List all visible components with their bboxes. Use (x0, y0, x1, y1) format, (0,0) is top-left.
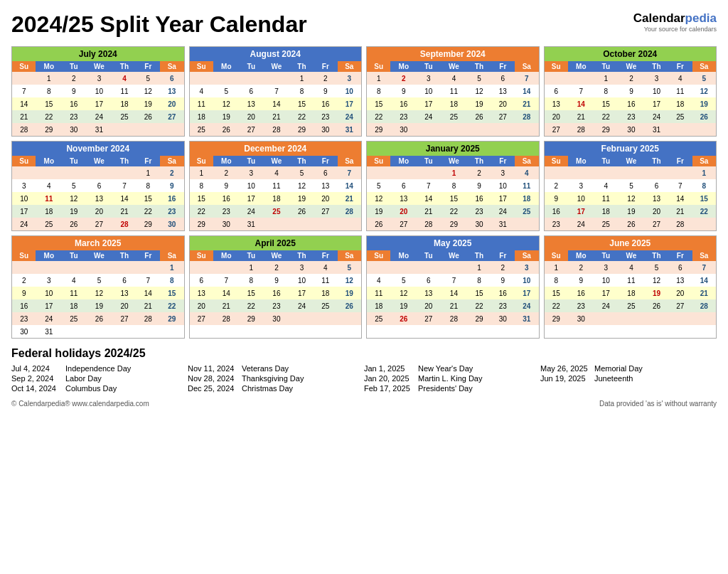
day-cell: 3 (568, 179, 594, 192)
day-cell: 25 (314, 299, 337, 312)
day-cell: 19 (390, 299, 417, 312)
day-cell: 14 (668, 192, 692, 205)
day-cell: 19 (290, 192, 314, 205)
day-cell: 24 (491, 205, 515, 218)
day-cell: 18 (367, 299, 390, 312)
day-cell: 12 (290, 179, 314, 192)
calendar-header: August 2024 (190, 47, 362, 61)
day-cell: 30 (390, 123, 417, 136)
day-cell: 11 (263, 179, 290, 192)
day-cell (692, 218, 716, 230)
day-cell: 17 (568, 205, 594, 218)
holiday-row: Oct 14, 2024Columbus Day (11, 384, 188, 393)
day-cell: 24 (86, 110, 113, 123)
col-header-th: Th (290, 250, 314, 261)
day-cell: 17 (338, 97, 361, 110)
col-header-fr: Fr (491, 156, 515, 166)
day-cell: 12 (213, 97, 240, 110)
holiday-column-0: Jul 4, 2024Independence DaySep 2, 2024La… (11, 364, 188, 394)
day-cell (545, 166, 568, 179)
calendar-header: April 2025 (190, 236, 362, 250)
day-cell: 9 (263, 274, 290, 287)
day-cell: 14 (12, 97, 36, 110)
col-header-fr: Fr (314, 61, 337, 72)
day-cell: 7 (136, 274, 160, 287)
day-cell (568, 166, 594, 179)
col-header-we: We (86, 61, 113, 72)
day-cell: 7 (568, 85, 594, 97)
day-cell: 22 (36, 110, 62, 123)
day-cell: 17 (515, 287, 538, 299)
col-header-tu: Tu (62, 250, 85, 261)
col-header-sa: Sa (515, 156, 538, 166)
col-header-sa: Sa (692, 61, 716, 72)
day-cell: 15 (692, 192, 716, 205)
page-title: 2024/25 Split Year Calendar (11, 11, 717, 38)
day-cell (240, 72, 263, 85)
day-cell: 25 (190, 123, 213, 136)
col-header-mo: Mo (36, 250, 62, 261)
calendar-august-2024: August 2024SuMoTuWeThFrSa123456789101112… (189, 46, 363, 137)
day-cell: 17 (290, 287, 314, 299)
day-cell: 14 (112, 192, 136, 205)
day-cell: 23 (390, 110, 417, 123)
calendar-header: September 2024 (367, 47, 539, 61)
holiday-row: Nov 11, 2024Veterans Day (188, 364, 364, 373)
day-cell: 21 (515, 97, 538, 110)
col-header-th: Th (645, 250, 668, 261)
day-cell: 19 (367, 205, 390, 218)
col-header-su: Su (190, 156, 213, 166)
day-cell: 2 (160, 166, 183, 179)
day-cell: 11 (515, 179, 538, 192)
day-cell: 2 (12, 274, 36, 287)
day-cell: 28 (692, 299, 716, 312)
day-cell (213, 261, 240, 274)
day-cell: 26 (367, 218, 390, 230)
day-cell (136, 325, 160, 338)
day-cell: 31 (491, 218, 515, 230)
day-cell: 4 (36, 179, 62, 192)
holiday-date: May 26, 2025 (540, 364, 590, 373)
day-cell: 28 (263, 123, 290, 136)
day-cell: 28 (12, 123, 36, 136)
holiday-row: May 26, 2025Memorial Day (540, 364, 717, 373)
day-cell: 17 (36, 299, 62, 312)
day-cell: 22 (441, 205, 468, 218)
day-cell: 8 (190, 179, 213, 192)
day-cell: 24 (12, 218, 36, 230)
day-cell: 7 (417, 179, 440, 192)
day-cell: 4 (668, 72, 692, 85)
day-cell: 29 (367, 123, 390, 136)
day-cell: 10 (86, 85, 113, 97)
day-cell (417, 166, 440, 179)
day-cell: 13 (240, 97, 263, 110)
holiday-name: Thanksgiving Day (242, 374, 304, 383)
day-cell: 22 (290, 110, 314, 123)
calendar-header: January 2025 (367, 142, 539, 156)
day-cell: 17 (594, 287, 618, 299)
day-cell: 31 (515, 312, 538, 325)
day-cell (136, 261, 160, 274)
day-cell: 16 (618, 97, 645, 110)
col-header-sa: Sa (338, 156, 361, 166)
day-cell: 23 (62, 110, 85, 123)
day-cell: 27 (240, 123, 263, 136)
day-cell (692, 312, 716, 325)
day-cell: 28 (515, 110, 538, 123)
day-cell: 10 (417, 85, 440, 97)
day-cell: 15 (136, 192, 160, 205)
day-cell: 22 (240, 299, 263, 312)
day-cell: 14 (441, 287, 468, 299)
col-header-tu: Tu (417, 61, 440, 72)
day-cell: 24 (36, 312, 62, 325)
col-header-sa: Sa (338, 61, 361, 72)
day-cell: 8 (160, 274, 183, 287)
day-cell (213, 72, 240, 85)
day-cell: 8 (467, 274, 491, 287)
day-cell: 10 (290, 274, 314, 287)
day-cell: 2 (545, 179, 568, 192)
day-cell: 3 (12, 179, 36, 192)
day-cell: 27 (86, 218, 113, 230)
day-cell: 25 (441, 110, 468, 123)
day-cell: 16 (213, 192, 240, 205)
